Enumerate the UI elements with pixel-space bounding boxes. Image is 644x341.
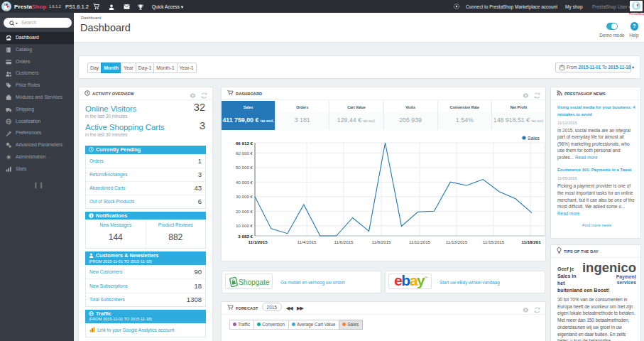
svg-text:50 000 €: 50 000 €: [236, 165, 253, 170]
svg-text:11/15/2015: 11/15/2015: [483, 239, 505, 244]
svg-text:11/13/2015: 11/13/2015: [446, 239, 468, 244]
svg-text:20 000 €: 20 000 €: [236, 209, 253, 214]
svg-text:3 082 €: 3 082 €: [238, 234, 253, 239]
svg-text:66 912 €: 66 912 €: [236, 141, 253, 146]
svg-text:11/4/2015: 11/4/2015: [297, 239, 317, 244]
svg-text:11/11/2015: 11/11/2015: [409, 239, 431, 244]
svg-text:30 000 €: 30 000 €: [236, 194, 253, 199]
svg-text:Sales: Sales: [528, 136, 540, 141]
svg-text:40 000 €: 40 000 €: [236, 180, 253, 185]
svg-text:60 000 €: 60 000 €: [236, 151, 253, 156]
svg-text:11/1/2015: 11/1/2015: [248, 239, 268, 244]
svg-text:11/6/2015: 11/6/2015: [334, 239, 354, 244]
svg-text:10 000 €: 10 000 €: [236, 223, 253, 228]
svg-text:11/8/2015: 11/8/2015: [371, 239, 391, 244]
svg-text:11/18/201: 11/18/201: [521, 239, 541, 244]
